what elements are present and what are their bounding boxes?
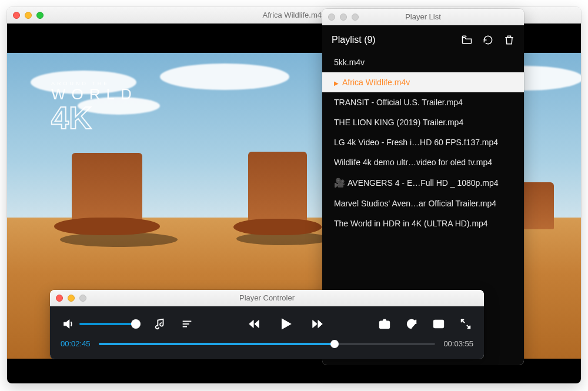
zoom-icon[interactable]: [36, 12, 44, 19]
zoom-icon[interactable]: [352, 14, 359, 21]
svg-point-4: [383, 323, 386, 326]
minimize-icon[interactable]: [340, 14, 347, 21]
controller-titlebar[interactable]: Player Controler: [50, 290, 484, 306]
playlist-item-label: THE LION KING (2019) Trailer.mp4: [334, 118, 463, 127]
controller-title: Player Controler: [50, 293, 484, 302]
playlist-item[interactable]: 5kk.m4v: [322, 52, 524, 72]
pip-icon[interactable]: [431, 316, 446, 332]
volume-slider[interactable]: [79, 323, 136, 325]
controller-window: Player Controler: [50, 290, 484, 359]
video-file-icon: 🎥: [334, 178, 345, 188]
playlist-item-label: 5kk.m4v: [334, 58, 365, 67]
playlist-item[interactable]: LG 4k Video - Fresh i…HD 60 FPS.f137.mp4: [322, 132, 524, 152]
playlist-item[interactable]: Africa Wildlife.m4v: [322, 72, 524, 92]
minimize-icon[interactable]: [68, 295, 75, 302]
open-folder-icon[interactable]: [460, 34, 473, 46]
playlist-item-label: LG 4k Video - Fresh i…HD 60 FPS.f137.mp4: [334, 138, 498, 147]
playlist-item-label: TRANSIT - Official U.S. Trailer.mp4: [334, 98, 463, 107]
total-duration: 00:03:55: [443, 339, 473, 348]
playlist-item-label: The World in HDR in 4K (ULTRA HD).mp4: [334, 219, 488, 228]
forward-icon[interactable]: [310, 316, 325, 332]
volume-icon[interactable]: [61, 316, 76, 332]
playlist-titlebar[interactable]: Player List: [322, 9, 524, 25]
playlist-heading: Playlist (9): [332, 35, 376, 45]
playlist-item[interactable]: THE LION KING (2019) Trailer.mp4: [322, 112, 524, 132]
minimize-icon[interactable]: [25, 12, 32, 19]
zoom-icon[interactable]: [79, 295, 86, 302]
playlist-item[interactable]: Wildlife 4k demo ultr…video for oled tv.…: [322, 152, 524, 172]
playlist-item-label: Marvel Studios' Aven…ar Official Trailer…: [334, 199, 496, 208]
playlist-item-label: AVENGERS 4 - E…Full HD _ 1080p.mp4: [348, 178, 499, 188]
repeat-icon[interactable]: [482, 34, 495, 46]
playlist-item[interactable]: 🎥AVENGERS 4 - E…Full HD _ 1080p.mp4: [322, 172, 524, 193]
trash-icon[interactable]: [503, 34, 516, 46]
playlist-item[interactable]: The World in HDR in 4K (ULTRA HD).mp4: [322, 213, 524, 233]
elapsed-time: 00:02:45: [61, 339, 91, 348]
playlist-icon[interactable]: [179, 316, 195, 332]
close-icon[interactable]: [13, 12, 20, 19]
rewind-icon[interactable]: [246, 316, 262, 332]
playlist-item[interactable]: Marvel Studios' Aven…ar Official Trailer…: [322, 193, 524, 213]
svg-rect-6: [439, 323, 442, 326]
playlist-item[interactable]: TRANSIT - Official U.S. Trailer.mp4: [322, 92, 524, 112]
fullscreen-icon[interactable]: [458, 316, 473, 332]
close-icon[interactable]: [328, 14, 335, 21]
playlist-item-label: Africa Wildlife.m4v: [342, 78, 410, 87]
close-icon[interactable]: [56, 295, 63, 302]
loop-icon[interactable]: [404, 316, 419, 332]
video-watermark: AROUND THE WORLD 4K: [51, 81, 138, 133]
snapshot-icon[interactable]: [377, 316, 392, 332]
progress-slider[interactable]: [99, 343, 436, 345]
playlist-item-label: Wildlife 4k demo ultr…video for oled tv.…: [334, 158, 492, 167]
play-icon[interactable]: [278, 316, 293, 332]
music-note-icon[interactable]: [152, 316, 168, 332]
